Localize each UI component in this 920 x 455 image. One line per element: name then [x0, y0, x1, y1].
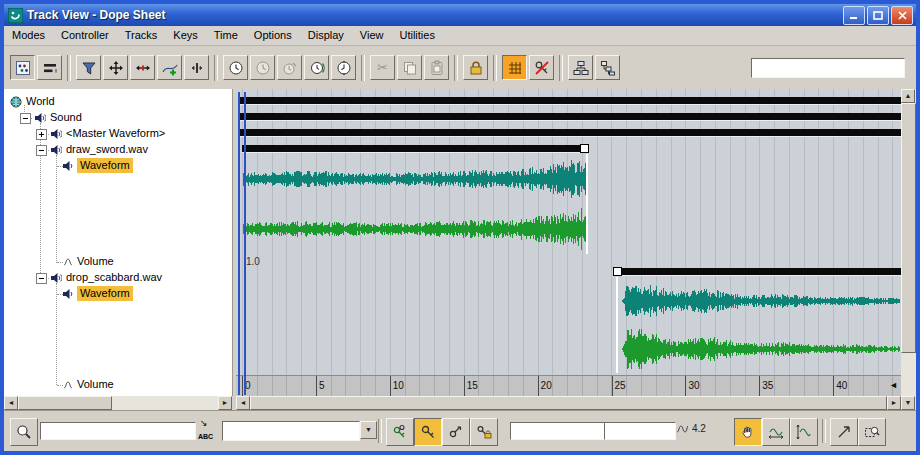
- clip-key-0[interactable]: [580, 144, 589, 153]
- filter-icon: [81, 60, 97, 76]
- add-keys-icon: [162, 60, 178, 76]
- snap-frames-button[interactable]: [502, 55, 527, 80]
- scrollbar-thumb[interactable]: [250, 396, 887, 410]
- tree-item-volume-2[interactable]: Volume: [4, 377, 232, 393]
- insert-time-button[interactable]: [331, 55, 356, 80]
- track-set-input[interactable]: [222, 421, 360, 441]
- paste-time-button[interactable]: [424, 55, 449, 80]
- menu-tracks[interactable]: Tracks: [117, 26, 166, 45]
- ruler-tick-label: 25: [615, 380, 626, 391]
- menu-view[interactable]: View: [352, 26, 392, 45]
- range-bar-master-waveform[interactable]: [240, 129, 901, 136]
- scroll-right-arrow[interactable]: ►: [887, 396, 901, 410]
- menu-display[interactable]: Display: [300, 26, 352, 45]
- zoom-value-extents-button[interactable]: [790, 418, 818, 446]
- clip-bar-0[interactable]: [242, 145, 589, 152]
- lock-tangents-button[interactable]: [470, 418, 498, 446]
- respect-ranges-button[interactable]: [568, 55, 593, 80]
- tree-item-sound[interactable]: Sound: [4, 110, 232, 126]
- edit-ranges-button[interactable]: [37, 55, 62, 80]
- keyable-slash-icon: [534, 60, 550, 76]
- scroll-left-arrow[interactable]: ◄: [4, 396, 18, 410]
- select-time-button[interactable]: [250, 55, 275, 80]
- clip-bar-1[interactable]: [614, 268, 901, 275]
- range-bar-world[interactable]: [240, 97, 901, 104]
- vertical-scrollbar[interactable]: ▲ ▼: [901, 89, 916, 410]
- hand-icon: [740, 424, 756, 440]
- scrollbar-thumb[interactable]: [901, 103, 916, 353]
- title-bar[interactable]: Track View - Dope Sheet: [4, 4, 916, 26]
- key-value-input[interactable]: [604, 422, 676, 440]
- tree-item-world[interactable]: World: [4, 94, 232, 110]
- tree-item-volume-1[interactable]: Volume: [4, 254, 232, 270]
- scroll-down-arrow[interactable]: ▼: [901, 396, 915, 410]
- timeline-ruler[interactable]: ◄ 0510152025303540: [236, 375, 901, 396]
- collapse-box[interactable]: [36, 273, 47, 284]
- slide-keys-button[interactable]: [130, 55, 155, 80]
- track-horizontal-scrollbar[interactable]: ◄ ►: [236, 396, 901, 410]
- move-keys-button[interactable]: [103, 55, 128, 80]
- name-filter-input[interactable]: [40, 422, 196, 440]
- delete-time-button[interactable]: [277, 55, 302, 80]
- zoom-region-button[interactable]: [858, 418, 886, 446]
- edit-track-set-button[interactable]: ↘ ABC: [198, 419, 218, 441]
- key-time-input[interactable]: [510, 422, 606, 440]
- collapse-box[interactable]: [36, 145, 47, 156]
- track-set-combobox[interactable]: ▼: [222, 421, 377, 441]
- track-selection-input[interactable]: [751, 58, 905, 78]
- scroll-right-arrow[interactable]: ►: [218, 396, 232, 410]
- tree-item-master-waveform[interactable]: <Master Waveform>: [4, 126, 232, 142]
- filter-button[interactable]: [76, 55, 101, 80]
- ruler-tick-label: 5: [319, 380, 325, 391]
- ruler-tick: [464, 376, 465, 396]
- dropdown-arrow-icon[interactable]: ▼: [360, 421, 377, 439]
- show-selection-range-button[interactable]: [386, 418, 414, 446]
- collapse-box[interactable]: [20, 113, 31, 124]
- tree-item-draw-sword[interactable]: draw_sword.wav: [4, 142, 232, 158]
- menu-modes[interactable]: Modes: [4, 26, 53, 45]
- menu-keys[interactable]: Keys: [165, 26, 205, 45]
- zoom-horizontal-icon: [768, 424, 784, 440]
- time-slider[interactable]: [238, 92, 246, 395]
- tree-item-drop-scabbard[interactable]: drop_scabbard.wav: [4, 270, 232, 286]
- tree-item-waveform-2[interactable]: Waveform: [4, 286, 232, 302]
- reverse-time-button[interactable]: [304, 55, 329, 80]
- cut-time-button[interactable]: ✂: [370, 55, 395, 80]
- edit-time-mode-button[interactable]: [223, 55, 248, 80]
- ruler-tick: [390, 376, 391, 396]
- track-hierarchy-panel: World Sound <Master Waveform> draw_sword…: [4, 89, 233, 396]
- menu-controller[interactable]: Controller: [53, 26, 117, 45]
- lock-icon: [468, 60, 484, 76]
- snap-key-toggle-button[interactable]: [414, 418, 442, 446]
- edit-keys-button[interactable]: [10, 55, 35, 80]
- copy-time-button[interactable]: [397, 55, 422, 80]
- add-keys-button[interactable]: [157, 55, 182, 80]
- tree-horizontal-scrollbar[interactable]: ◄ ►: [4, 396, 232, 410]
- zoom-selected-button[interactable]: [10, 418, 38, 446]
- abc-label: ABC: [198, 433, 213, 440]
- zoom-button[interactable]: [830, 418, 858, 446]
- waveform-svg-0: [236, 154, 901, 254]
- scroll-left-arrow[interactable]: ◄: [236, 396, 250, 410]
- scrollbar-thumb[interactable]: [18, 396, 112, 410]
- minimize-button[interactable]: [843, 6, 865, 25]
- maximize-button[interactable]: [867, 6, 889, 25]
- zoom-horizontal-extents-button[interactable]: [762, 418, 790, 446]
- menu-utilities[interactable]: Utilities: [391, 26, 442, 45]
- show-keyable-icons-button[interactable]: [529, 55, 554, 80]
- show-tangents-button[interactable]: [442, 418, 470, 446]
- scroll-up-arrow[interactable]: ▲: [901, 89, 915, 103]
- close-button[interactable]: [891, 6, 913, 25]
- lock-selection-button[interactable]: [463, 55, 488, 80]
- track-area: 1.0 ◄ 0510152025303540 ◄ ►: [236, 89, 901, 410]
- modify-subtree-button[interactable]: [595, 55, 620, 80]
- range-bar-sound[interactable]: [240, 113, 901, 120]
- tree-item-waveform-1[interactable]: Waveform: [4, 158, 232, 174]
- clip-key-1[interactable]: [613, 267, 622, 276]
- expand-box[interactable]: [36, 129, 47, 140]
- menu-options[interactable]: Options: [246, 26, 300, 45]
- menu-time[interactable]: Time: [206, 26, 246, 45]
- scale-keys-button[interactable]: [184, 55, 209, 80]
- pan-button[interactable]: [734, 418, 762, 446]
- tree-item-label: Sound: [50, 111, 82, 123]
